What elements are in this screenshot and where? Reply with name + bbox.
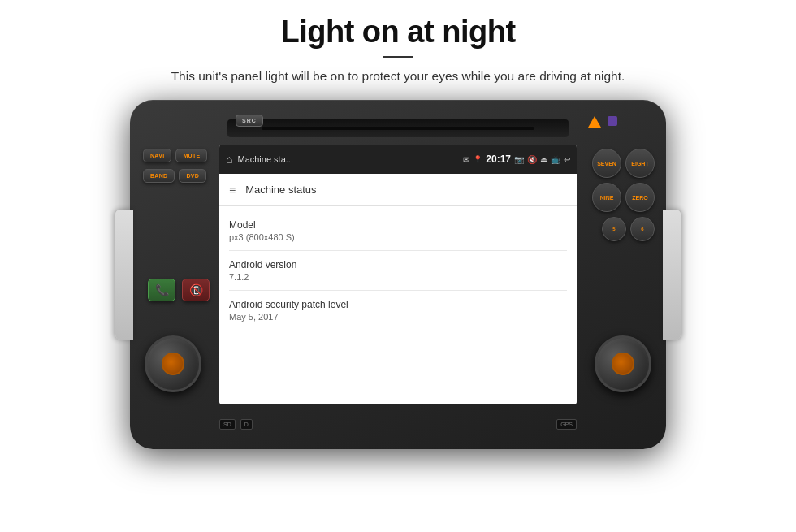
android-version-label: Android version [229, 259, 567, 270]
left-buttons: NAVI MUTE BAND DVD [143, 149, 207, 184]
btn-group-navi-mute: NAVI MUTE [143, 149, 207, 162]
camera-icon: 📷 [514, 155, 524, 164]
phone-buttons: 📞 📵 [148, 279, 210, 301]
btn-group-band-dvd: BAND DVD [143, 169, 207, 183]
mute-button[interactable]: MUTE [175, 149, 207, 162]
sd-area: SD D [219, 419, 253, 430]
bracket-right [663, 210, 681, 340]
android-version-value: 7.1.2 [229, 272, 567, 282]
volume-icon: 🔇 [527, 155, 537, 164]
security-patch-label: Android security patch level [229, 299, 567, 310]
title-divider [383, 56, 413, 58]
message-icon: ✉ [463, 155, 469, 164]
toolbar-title: Machine status [245, 184, 316, 196]
location-icon: 📍 [473, 155, 482, 164]
d-label: D [240, 419, 253, 430]
model-value: px3 (800x480 S) [229, 232, 567, 242]
alert-triangle-icon [588, 116, 601, 128]
right-buttons: SEVEN EIGHT NINE ZERO 5 6 [592, 149, 655, 241]
knob-left[interactable] [145, 335, 201, 392]
status-time: 20:17 [486, 154, 511, 165]
eight-button[interactable]: EIGHT [625, 149, 655, 178]
purple-indicator [608, 116, 617, 126]
status-row-security-patch: Android security patch level May 5, 2017 [229, 291, 567, 330]
call-end-button[interactable]: 📵 [182, 279, 210, 301]
dvd-button[interactable]: DVD [179, 169, 206, 183]
menu-icon[interactable]: ≡ [229, 184, 236, 197]
home-icon[interactable]: ⌂ [226, 153, 232, 166]
right-btn-row-3: 5 6 [592, 217, 655, 241]
band-button[interactable]: BAND [143, 169, 175, 183]
zero-button[interactable]: ZERO [625, 183, 655, 212]
model-label: Model [229, 219, 567, 231]
security-patch-value: May 5, 2017 [229, 312, 567, 322]
app-content: ≡ Machine status Model px3 (800x480 S) A… [219, 174, 577, 404]
six-button[interactable]: 6 [630, 217, 655, 241]
page-header: Light on at night This unit's panel ligh… [0, 0, 796, 93]
status-row-android-version: Android version 7.1.2 [229, 251, 567, 291]
cd-slot [262, 127, 534, 130]
device-body: SRC NAVI MUTE BAND DVD 📞 📵 [130, 100, 666, 449]
android-status-bar: ⌂ Machine sta... ✉ 📍 20:17 📷 🔇 ⏏ 📺 ↩ [219, 145, 577, 174]
seven-button[interactable]: SEVEN [592, 149, 621, 178]
bracket-left [115, 210, 133, 340]
five-button[interactable]: 5 [602, 217, 626, 241]
gps-label: GPS [556, 419, 577, 430]
right-btn-row-2: NINE ZERO [592, 183, 655, 212]
cd-slot-area [227, 119, 569, 137]
eject-icon: ⏏ [540, 155, 547, 164]
status-app-name: Machine sta... [237, 154, 458, 164]
knob-left-center [162, 353, 184, 375]
machine-status-content: Model px3 (800x480 S) Android version 7.… [219, 206, 577, 335]
status-icons: ✉ 📍 20:17 📷 🔇 ⏏ 📺 ↩ [463, 154, 570, 165]
right-btn-row-1: SEVEN EIGHT [592, 149, 655, 178]
status-row-model: Model px3 (800x480 S) [229, 211, 567, 251]
nine-button[interactable]: NINE [592, 183, 621, 212]
src-button[interactable]: SRC [236, 115, 263, 127]
gps-area: GPS [556, 419, 577, 430]
screen: ⌂ Machine sta... ✉ 📍 20:17 📷 🔇 ⏏ 📺 ↩ [219, 145, 577, 404]
car-unit: SRC NAVI MUTE BAND DVD 📞 📵 [130, 100, 666, 449]
call-accept-button[interactable]: 📞 [148, 279, 175, 301]
device-wrapper: SRC NAVI MUTE BAND DVD 📞 📵 [0, 100, 796, 449]
page-subtitle: This unit's panel light will be on to pr… [49, 67, 747, 85]
page-title: Light on at night [49, 15, 747, 50]
sd-label: SD [219, 419, 236, 430]
back-icon[interactable]: ↩ [564, 155, 570, 164]
knob-right-center [612, 353, 634, 375]
app-toolbar: ≡ Machine status [219, 174, 577, 206]
navi-button[interactable]: NAVI [143, 149, 171, 162]
cast-icon: 📺 [551, 155, 560, 164]
knob-right[interactable] [595, 335, 651, 392]
